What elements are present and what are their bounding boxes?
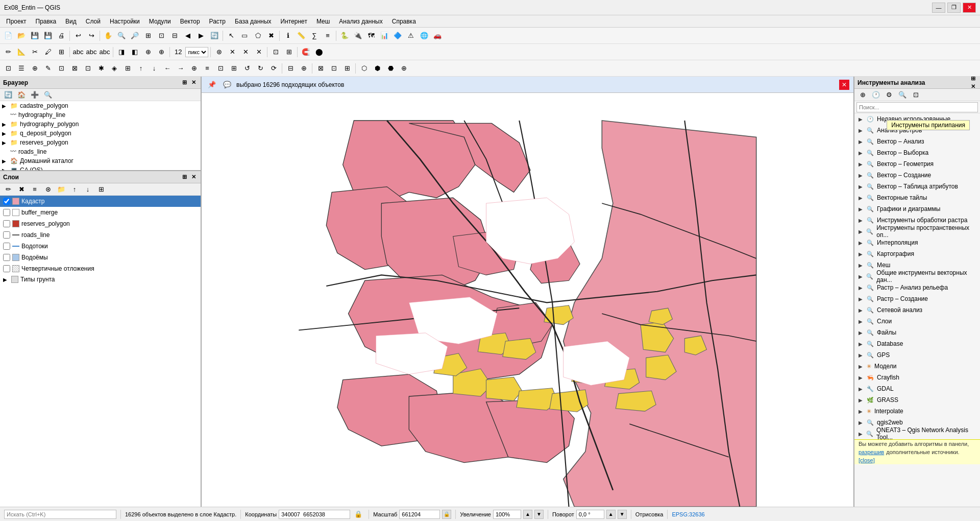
analysis-search-input[interactable] bbox=[856, 102, 978, 112]
tb-label1[interactable]: abc bbox=[72, 46, 84, 58]
tb-font-size[interactable]: 12 bbox=[172, 46, 184, 58]
layer-buffer-checkbox[interactable] bbox=[3, 209, 10, 216]
tb-zoom-full[interactable]: ⊞ bbox=[142, 30, 154, 42]
tb-snap1[interactable]: 🧲 bbox=[300, 46, 312, 58]
statusbar-rotation-input[interactable] bbox=[576, 510, 604, 519]
analysis-item-grass[interactable]: ▶ 🌿 GRASS bbox=[854, 394, 980, 406]
tb-t11[interactable]: ↑ bbox=[135, 62, 147, 75]
menu-mesh[interactable]: Меш bbox=[312, 17, 334, 26]
tree-reserves[interactable]: ▶ 📁 reserves_polygon bbox=[0, 138, 201, 147]
layer-reserves-checkbox[interactable] bbox=[3, 220, 10, 227]
tree-hydro-poly[interactable]: ▶ 📁 hydrography_polygon bbox=[0, 120, 201, 129]
map-close-button[interactable]: ✕ bbox=[839, 80, 849, 90]
menu-analysis[interactable]: Анализ данных bbox=[335, 17, 386, 26]
tb-open[interactable]: 📂 bbox=[15, 30, 28, 42]
tree-hydro-line[interactable]: ▶ 〰 hydrography_line bbox=[0, 110, 201, 120]
tb-t28[interactable]: ⬢ bbox=[371, 62, 383, 75]
tb-print[interactable]: 🖨 bbox=[55, 30, 67, 42]
tb-python[interactable]: 🐍 bbox=[338, 30, 351, 42]
analysis-tb3[interactable]: ⚙ bbox=[883, 89, 895, 101]
tb-pan[interactable]: ✋ bbox=[102, 30, 114, 42]
tb-adv2[interactable]: ◧ bbox=[129, 46, 141, 58]
tb-zoom-in[interactable]: 🔍 bbox=[115, 30, 128, 42]
tb-t10[interactable]: ⊞ bbox=[121, 62, 134, 75]
minimize-button[interactable]: — bbox=[932, 3, 945, 13]
analysis-item-models[interactable]: ▶ ✳ Модели bbox=[854, 361, 980, 372]
tb-redo[interactable]: ↪ bbox=[85, 30, 97, 42]
tb-t19[interactable]: ↺ bbox=[241, 62, 253, 75]
analysis-item-vector-create[interactable]: ▶ 🔍 Вектор – Создание bbox=[854, 170, 980, 181]
tb-identify[interactable]: ℹ bbox=[282, 30, 294, 42]
tb-select-poly[interactable]: ⬠ bbox=[252, 30, 264, 42]
tb-adv1[interactable]: ◨ bbox=[115, 46, 128, 58]
tb-refresh[interactable]: 🔄 bbox=[208, 30, 220, 42]
layer-add[interactable]: ✏ bbox=[2, 183, 14, 196]
layer-waterbodies-checkbox[interactable] bbox=[3, 254, 10, 261]
tb-t3[interactable]: ⊕ bbox=[29, 62, 41, 75]
layer-expand[interactable]: ⊞ bbox=[95, 183, 107, 196]
statusbar-coords-input[interactable] bbox=[279, 510, 350, 519]
analysis-item-spatial-tools[interactable]: ▶ 🔍 Инструменты пространственных оп... bbox=[854, 226, 980, 237]
tb-t18[interactable]: ⊞ bbox=[228, 62, 240, 75]
browser-refresh[interactable]: 🔄 bbox=[2, 89, 14, 101]
analysis-tb5[interactable]: ⊡ bbox=[910, 89, 922, 101]
analysis-item-vector-attr[interactable]: ▶ 🔍 Вектор – Таблица атрибутов bbox=[854, 181, 980, 192]
tb-digitize4[interactable]: 🖊 bbox=[42, 46, 54, 58]
tb-t25[interactable]: ⊡ bbox=[328, 62, 340, 75]
statusbar-zoom-input[interactable] bbox=[493, 510, 521, 519]
tb-t6[interactable]: ⊠ bbox=[68, 62, 81, 75]
layer-group[interactable]: 📁 bbox=[55, 183, 67, 196]
tb-label2[interactable]: abc bbox=[85, 46, 97, 58]
tb-t14[interactable]: → bbox=[175, 62, 187, 75]
tb-unit-select[interactable]: пикс bbox=[185, 47, 208, 57]
layer-waterbodies[interactable]: Водоёмы bbox=[0, 252, 201, 263]
layer-group-soil[interactable]: ▶ Типы грунта bbox=[0, 274, 201, 285]
tb-node2[interactable]: ⊞ bbox=[283, 46, 295, 58]
layer-kadaster[interactable]: Кадастр bbox=[0, 196, 201, 207]
analysis-item-network[interactable]: ▶ 🔍 Сетевой анализ bbox=[854, 304, 980, 316]
layers-icon1[interactable]: ⊞ bbox=[180, 173, 188, 181]
tb-plugin4[interactable]: 🔷 bbox=[391, 30, 404, 42]
browser-icon2[interactable]: ✕ bbox=[189, 79, 198, 87]
tb-plugin2[interactable]: 🗺 bbox=[365, 30, 377, 42]
layer-waterways[interactable]: Водотоки bbox=[0, 241, 201, 252]
layers-icon2[interactable]: ✕ bbox=[189, 173, 198, 181]
tb-zoom-prev[interactable]: ◀ bbox=[182, 30, 194, 42]
maximize-button[interactable]: ❐ bbox=[947, 3, 961, 13]
layer-open-table[interactable]: ≡ bbox=[29, 183, 41, 196]
map-comment-btn[interactable]: 💬 bbox=[221, 79, 233, 91]
tb-t15[interactable]: ⊕ bbox=[188, 62, 200, 75]
analysis-item-layers[interactable]: ▶ 🔍 Слои bbox=[854, 316, 980, 327]
tb-zoom-out[interactable]: 🔎 bbox=[129, 30, 141, 42]
tree-cadastre[interactable]: ▶ 📁 cadastre_polygon bbox=[0, 101, 201, 110]
analysis-item-gps[interactable]: ▶ 🔍 GPS bbox=[854, 349, 980, 361]
layer-roads[interactable]: roads_line bbox=[0, 229, 201, 241]
tb-new[interactable]: 📄 bbox=[2, 30, 14, 42]
map-canvas[interactable] bbox=[202, 93, 853, 507]
menu-edit[interactable]: Правка bbox=[32, 17, 61, 26]
tb-node1[interactable]: ⊡ bbox=[270, 46, 282, 58]
tree-deposit[interactable]: ▶ 📁 q_deposit_polygon bbox=[0, 129, 201, 138]
menu-help[interactable]: Справка bbox=[388, 17, 420, 26]
tb-t1[interactable]: ⊡ bbox=[2, 62, 14, 75]
tb-t4[interactable]: ✎ bbox=[42, 62, 54, 75]
analysis-item-interpolate[interactable]: ▶ ✳ Interpolate bbox=[854, 406, 980, 417]
analysis-item-vector-analysis[interactable]: ▶ 🔍 Вектор – Анализ bbox=[854, 136, 980, 147]
analysis-tb4[interactable]: 🔍 bbox=[896, 89, 909, 101]
tb-zoom-layer[interactable]: ⊡ bbox=[155, 30, 167, 42]
tb-del1[interactable]: ✕ bbox=[226, 46, 238, 58]
tb-t2[interactable]: ☰ bbox=[15, 62, 28, 75]
close-button[interactable]: ✕ bbox=[963, 3, 976, 13]
tb-t8[interactable]: ✱ bbox=[95, 62, 107, 75]
analysis-item-database[interactable]: ▶ 🔍 Database bbox=[854, 338, 980, 349]
statusbar-crs-label[interactable]: EPSG:32636 bbox=[672, 511, 704, 517]
browser-home[interactable]: 🏠 bbox=[15, 89, 28, 101]
tb-t23[interactable]: ⊕ bbox=[298, 62, 310, 75]
tb-t24[interactable]: ⊠ bbox=[314, 62, 327, 75]
tb-adv4[interactable]: ⊕ bbox=[155, 46, 167, 58]
layer-quaternary[interactable]: Четвертичные отложения bbox=[0, 263, 201, 274]
tb-plugin1[interactable]: 🔌 bbox=[352, 30, 364, 42]
tb-t22[interactable]: ⊟ bbox=[284, 62, 297, 75]
analysis-item-gdal[interactable]: ▶ 🔧 GDAL bbox=[854, 383, 980, 394]
tb-adv3[interactable]: ⊕ bbox=[142, 46, 154, 58]
